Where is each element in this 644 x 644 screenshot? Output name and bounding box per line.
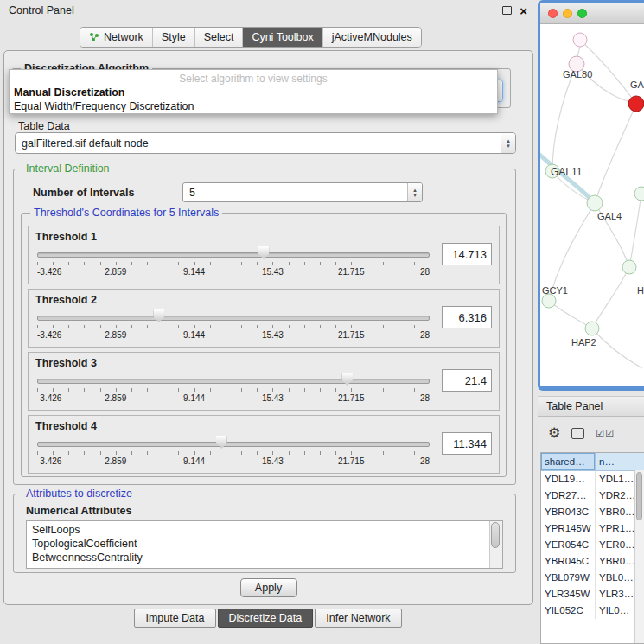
threshold-slider[interactable]: -3.426 2.859 9.144 15.43 21.715 28 [37, 309, 430, 341]
float-window-icon[interactable] [502, 6, 512, 15]
tab-select[interactable]: Select [195, 28, 244, 47]
thresholds-group-title: Threshold's Coordinates for 5 Intervals [30, 207, 222, 219]
tab-discretize-data[interactable]: Discretize Data [218, 609, 314, 628]
network-node[interactable]: GCY1 [542, 285, 568, 296]
scale-label: 9.144 [183, 393, 205, 403]
bottom-tabbar: Impute Data Discretize Data Infer Networ… [0, 609, 536, 628]
checkbox-icons[interactable]: ☑☑ [596, 428, 615, 439]
table-row[interactable]: YPR145WYPR1… [541, 520, 644, 537]
apply-button[interactable]: Apply [240, 578, 297, 597]
table-cell[interactable]: YDL19… [541, 471, 596, 488]
slider-track[interactable] [37, 379, 430, 384]
table-cell[interactable]: YLR345W [541, 586, 596, 603]
table-row[interactable]: YBR045CYBR0… [541, 553, 644, 570]
tab-infer-network[interactable]: Infer Network [315, 609, 401, 628]
scale-label: 2.859 [105, 456, 126, 466]
slider-scale: -3.426 2.859 9.144 15.43 21.715 28 [37, 267, 430, 277]
threshold-slider[interactable]: -3.426 2.859 9.144 15.43 21.715 28 [37, 245, 430, 278]
threshold-panel: Threshold 3 -3.426 2.859 9.144 15.43 21.… [28, 352, 500, 411]
threshold-value-field[interactable]: 21.4 [442, 369, 492, 392]
tab-style[interactable]: Style [153, 28, 195, 47]
scale-label: -3.426 [37, 456, 61, 466]
dropdown-option[interactable]: Equal Width/Frequency Discretization [10, 99, 497, 113]
table-scrollbar[interactable] [634, 470, 644, 643]
list-item[interactable]: SelfLoops [27, 523, 502, 537]
slider-ticks [37, 451, 430, 455]
slider-track[interactable] [37, 252, 430, 258]
scale-label: 15.43 [262, 456, 284, 466]
combo-stepper-icon[interactable]: ▴ ▾ [407, 183, 422, 201]
list-scrollbar[interactable] [489, 521, 502, 568]
close-icon[interactable]: × [520, 4, 527, 17]
table-row[interactable]: YIL052CYIL0… [541, 603, 644, 619]
table-cell[interactable]: YBL079W [541, 570, 596, 586]
tab-network[interactable]: Network [80, 28, 153, 47]
table-row[interactable]: YBR043CYBR0… [541, 504, 644, 520]
table-cell[interactable]: YER054C [541, 537, 596, 553]
number-of-intervals-label: Number of Intervals [33, 187, 134, 199]
scale-label: -3.426 [37, 330, 61, 340]
table-row[interactable]: YBL079WYBL0… [541, 570, 644, 586]
tab-jactivemnodules-label: jActiveMNodules [332, 31, 412, 43]
column-header-shared-name[interactable]: shared… [541, 453, 596, 470]
number-of-intervals-combobox[interactable]: 5 ▴ ▾ [182, 182, 423, 202]
tab-impute-data[interactable]: Impute Data [134, 609, 215, 628]
table-data-combobox[interactable]: galFiltered.sif default node ▴ ▾ [15, 132, 516, 154]
table-cell[interactable]: YDR27… [541, 488, 596, 504]
network-node[interactable]: GAL11 [551, 166, 582, 178]
list-item[interactable]: TopologicalCoefficient [27, 537, 502, 551]
minimize-button[interactable] [563, 9, 572, 18]
scale-label: 9.144 [183, 456, 205, 466]
threshold-value-field[interactable]: 14.713 [442, 243, 492, 265]
scale-label: 21.715 [338, 456, 365, 466]
tab-select-label: Select [204, 31, 234, 43]
thresholds-group: Threshold's Coordinates for 5 Intervals … [21, 213, 507, 477]
scale-label: 15.43 [262, 267, 284, 277]
threshold-slider[interactable]: -3.426 2.859 9.144 15.43 21.715 28 [37, 372, 430, 405]
node-table: shared… n… YDL19…YDL1… YDR27…YDR2… YBR04… [540, 452, 644, 644]
threshold-panel: Threshold 2 -3.426 2.859 9.144 15.43 21.… [28, 289, 500, 348]
screen: Control Panel × Network Style Select Cyn… [0, 0, 644, 644]
scrollbar-thumb[interactable] [491, 522, 500, 548]
network-node[interactable]: H [637, 285, 644, 296]
network-node[interactable]: GA [630, 80, 644, 90]
threshold-value-field[interactable]: 11.344 [442, 432, 492, 455]
control-panel-title: Control Panel [9, 4, 74, 16]
table-row[interactable]: YLR345WYLR3… [541, 586, 644, 603]
scrollbar-thumb[interactable] [636, 472, 642, 520]
threshold-label: Threshold 2 [35, 294, 97, 306]
tab-cyni-toolbox[interactable]: Cyni Toolbox [243, 28, 322, 47]
slider-track[interactable] [37, 442, 430, 447]
table-cell[interactable]: YBR045C [541, 553, 596, 570]
zoom-button[interactable] [577, 9, 587, 18]
combo-stepper-icon[interactable]: ▴ ▾ [501, 133, 515, 153]
list-item[interactable]: BetweennessCentrality [27, 551, 502, 564]
interval-definition-group: Interval Definition Number of Intervals … [13, 169, 516, 485]
column-header-name[interactable]: n… [596, 453, 644, 470]
gear-icon[interactable]: ⚙ [548, 426, 560, 440]
tab-jactivemnodules[interactable]: jActiveMNodules [323, 28, 421, 47]
network-node[interactable]: GAL80 [563, 69, 592, 80]
close-button[interactable] [548, 9, 558, 18]
table-row[interactable]: YDL19…YDL1… [541, 471, 644, 488]
table-row[interactable]: YDR27…YDR2… [541, 488, 644, 504]
scale-label: 9.144 [183, 330, 205, 340]
table-cell[interactable]: YBR043C [541, 504, 596, 520]
network-canvas[interactable]: GAL80 GA GAL11 GAL4 GCY1 H HAP2 [540, 24, 644, 386]
table-row[interactable]: YER054CYER0… [541, 537, 644, 553]
columns-icon[interactable] [571, 428, 584, 439]
table-cell[interactable]: YIL052C [541, 603, 596, 619]
threshold-slider[interactable]: -3.426 2.859 9.144 15.43 21.715 28 [37, 435, 430, 468]
network-node[interactable]: GAL4 [597, 211, 622, 221]
table-cell[interactable]: YPR145W [541, 520, 596, 537]
tab-cyni-toolbox-label: Cyni Toolbox [252, 31, 313, 43]
attributes-group: Attributes to discretize Numerical Attri… [13, 494, 516, 573]
table-toolbar: ⚙ ☑☑ [538, 418, 644, 449]
slider-track[interactable] [37, 316, 430, 321]
threshold-value-field[interactable]: 6.316 [442, 306, 492, 328]
network-node[interactable]: HAP2 [571, 337, 596, 348]
slider-scale: -3.426 2.859 9.144 15.43 21.715 28 [37, 456, 430, 467]
scale-label: 21.715 [338, 330, 365, 340]
scale-label: 15.43 [262, 330, 284, 340]
dropdown-option[interactable]: Manual Discretization [10, 86, 497, 99]
